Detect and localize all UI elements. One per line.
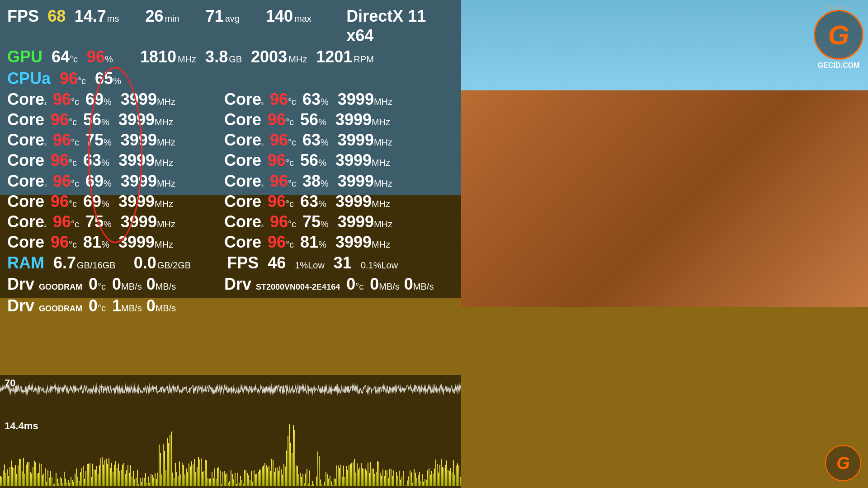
gpu-row: GPU 64 °c 96 % 1810 MHz 3.8 GB 2003 MHz … — [7, 46, 454, 67]
core-clock: 3999 — [338, 212, 374, 231]
core-temp-unit: °c — [71, 96, 79, 107]
core-label: Core — [7, 192, 44, 211]
drive-name: ST2000VN004-2E4164 — [256, 282, 340, 292]
core-load-unit: % — [318, 157, 326, 168]
core-load: 69 — [85, 171, 104, 191]
ram-total: GB/16GB — [77, 260, 116, 271]
core-label: Core — [224, 212, 261, 231]
core-row: Core796 °c38 %3999 MHz — [224, 171, 454, 191]
cpua-temp: 96 — [60, 69, 78, 88]
core-clock: 3999 — [338, 171, 374, 191]
drive-read: 1 — [112, 296, 121, 315]
ram-swap-total: GB/2GB — [157, 260, 191, 271]
core-label: Core — [224, 171, 261, 191]
core-row: Core596 °c63 %3999 MHz — [224, 89, 454, 109]
drive-row: DrvGOODRAM0 °c0 MB/s0 MB/s — [7, 273, 224, 295]
drive-write-unit: MB/s — [156, 281, 176, 292]
core-sub: 3 — [44, 183, 47, 188]
core-row: Core696 °c63 %3999 MHz — [224, 130, 454, 150]
core-load-unit: % — [318, 117, 326, 127]
drive-read-unit: MB/s — [121, 303, 142, 314]
core-temp-unit: °c — [71, 137, 79, 148]
core-row: Core496 °c75 %3999 MHz — [7, 211, 224, 232]
fps-graph-canvas — [0, 375, 461, 416]
core-sub: 4 — [44, 224, 47, 229]
fps-avg-val: 71 — [206, 6, 224, 26]
fps-value: 68 — [47, 6, 66, 26]
core-load: 69 — [83, 192, 101, 211]
core-row: Core96 °c81 %3999 MHz — [7, 232, 224, 252]
drive-label: Drv — [224, 274, 251, 294]
gpu-label: GPU — [7, 47, 42, 66]
core-clock: 3999 — [338, 130, 374, 150]
drive-write: 0 — [146, 296, 156, 315]
drive-write-unit: MB/s — [156, 303, 176, 314]
core-clock: 3999 — [121, 212, 157, 231]
core-label: Core — [7, 110, 44, 129]
core-temp-unit: °c — [286, 239, 294, 250]
core-sub: 8 — [261, 224, 264, 229]
drive-row: DrvGOODRAM0 °c1 MB/s0 MB/s — [7, 295, 224, 316]
core-temp-unit: °c — [69, 239, 77, 250]
core-clock-unit: MHz — [157, 96, 175, 107]
core-clock: 3999 — [338, 89, 374, 109]
fps-1low-label: 1%Low — [295, 260, 325, 271]
watermark-text: GECID.COM — [818, 61, 859, 70]
core-load: 56 — [83, 110, 101, 129]
cores-left: Core196 °c69 %3999 MHzCore96 °c56 %3999 … — [7, 89, 224, 253]
core-clock-unit: MHz — [372, 157, 390, 168]
core-load: 63 — [300, 192, 318, 211]
drive-label: Drv — [7, 274, 34, 294]
drive-temp-unit: °c — [98, 303, 106, 314]
core-sub: 1 — [44, 101, 47, 106]
core-sub: 2 — [44, 142, 47, 147]
core-temp: 96 — [53, 171, 71, 191]
core-load-unit: % — [101, 239, 109, 250]
drive-write-unit: MB/s — [413, 281, 434, 292]
ram-swap-used: 0.0 — [134, 253, 156, 272]
core-clock-unit: MHz — [374, 219, 392, 230]
core-clock-unit: MHz — [155, 117, 173, 127]
drive-temp: 0 — [89, 296, 98, 315]
core-temp: 96 — [270, 212, 288, 231]
gpu-mem-clock: 2003 — [251, 47, 287, 66]
drive-temp: 0 — [89, 274, 98, 294]
gpu-load-unit: % — [105, 54, 113, 65]
gpu-vram: 3.8 — [205, 47, 228, 66]
core-load-unit: % — [101, 117, 109, 127]
hud-overlay: FPS 68 14.7 ms 26 min 71 avg 140 max Dir… — [0, 0, 461, 320]
core-label: Core — [224, 130, 261, 150]
gpu-load: 96 — [87, 47, 105, 66]
core-load-unit: % — [321, 137, 329, 148]
gpu-vram-unit: GB — [229, 54, 242, 65]
core-temp: 96 — [51, 110, 69, 129]
core-clock-unit: MHz — [157, 137, 175, 148]
core-clock-unit: MHz — [372, 239, 390, 250]
gpu-temp-unit: °c — [70, 54, 78, 65]
core-load-unit: % — [104, 137, 112, 148]
core-row: Core96 °c63 %3999 MHz — [224, 191, 454, 211]
drives-grid: DrvGOODRAM0 °c0 MB/s0 MB/sDrvGOODRAM0 °c… — [7, 273, 454, 316]
core-clock: 3999 — [121, 171, 157, 191]
core-row: Core96 °c63 %3999 MHz — [7, 150, 224, 170]
ram-label: RAM — [7, 253, 44, 272]
core-row: Core96 °c56 %3999 MHz — [224, 150, 454, 170]
fps-01low-label: 0.1%Low — [361, 260, 398, 271]
ms-graph-canvas — [0, 416, 461, 486]
core-clock-unit: MHz — [374, 137, 392, 148]
core-row: Core96 °c81 %3999 MHz — [224, 232, 454, 252]
core-label: Core — [7, 130, 44, 150]
core-load: 69 — [85, 89, 104, 109]
core-clock-unit: MHz — [155, 239, 173, 250]
core-temp: 96 — [51, 150, 69, 170]
core-temp: 96 — [268, 150, 286, 170]
fps-min-val: 26 — [145, 6, 163, 26]
gpu-clock-unit: MHz — [178, 54, 196, 65]
fps-low1-val: 31 — [334, 253, 352, 272]
core-clock: 3999 — [121, 89, 157, 109]
core-temp-unit: °c — [69, 117, 77, 127]
core-load-unit: % — [318, 198, 326, 209]
fps-ms-unit: ms — [107, 13, 119, 24]
drive-read: 0 — [370, 274, 379, 294]
core-clock: 3999 — [335, 192, 372, 211]
